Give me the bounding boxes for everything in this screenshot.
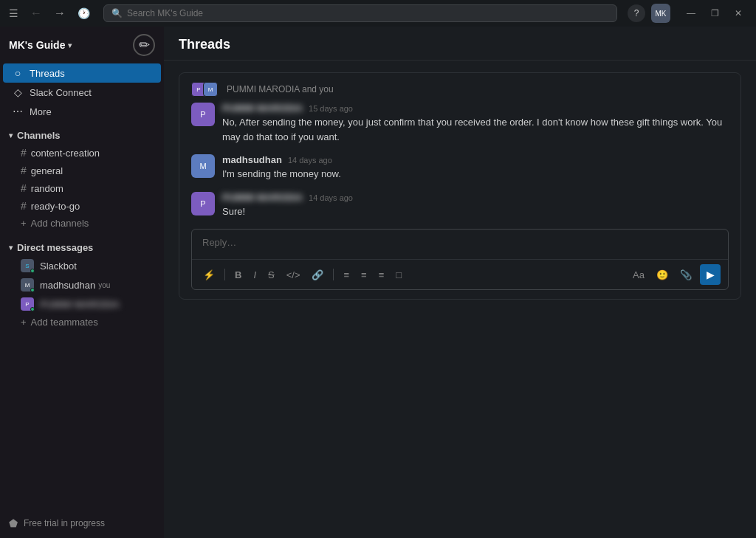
nav-buttons: ← →	[26, 5, 70, 21]
dm-slackbot[interactable]: S Slackbot	[3, 256, 161, 275]
search-bar[interactable]: 🔍	[103, 4, 617, 22]
reply-toolbar: ⚡ B I S </> 🔗 ≡ ≡ ≡ □ Aa	[192, 259, 728, 289]
content-area: Threads P M PUMMI MARODIA and you P PUMM	[164, 27, 756, 538]
compose-button[interactable]: ✏	[133, 34, 155, 56]
toolbar-separator-1	[224, 269, 225, 280]
dm-madhsudhan[interactable]: M madhsudhan you	[3, 275, 161, 294]
main-layout: MK's Guide ▾ ✏ ○ Threads ◇ Slack Connect…	[0, 27, 756, 538]
window-controls: — ❐ ✕	[679, 3, 750, 24]
participant-avatar-2: M	[203, 82, 218, 97]
font-size-button[interactable]: Aa	[629, 264, 648, 285]
emoji-button[interactable]: 🙂	[653, 264, 672, 285]
search-icon: 🔍	[111, 8, 123, 18]
trial-footer[interactable]: ⬟ Free trial in progress	[0, 508, 164, 538]
reply-box: Reply… ⚡ B I S </> 🔗 ≡ ≡ ≡ □	[191, 229, 729, 290]
message-1: P PUMMI MARODIA 15 days ago No, After se…	[191, 103, 729, 144]
msg-text-3: Sure!	[222, 204, 729, 219]
sidebar: MK's Guide ▾ ✏ ○ Threads ◇ Slack Connect…	[0, 27, 164, 538]
msg-header-1: PUMMI MARODIA 15 days ago	[222, 103, 729, 114]
message-3: P PUMMI MARODIA 14 days ago Sure!	[191, 192, 729, 219]
message-2: M madhsudhan 14 days ago I'm sending the…	[191, 154, 729, 182]
minimize-button[interactable]: —	[679, 3, 703, 24]
hash-icon: #	[21, 200, 27, 212]
titlebar: ☰ ← → 🕐 🔍 ? MK — ❐ ✕	[0, 0, 756, 27]
link-button[interactable]: 🔗	[308, 267, 327, 283]
status-dot	[30, 269, 35, 273]
slack-connect-icon: ◇	[12, 86, 24, 98]
menu-icon[interactable]: ☰	[6, 4, 21, 22]
msg-content-1: PUMMI MARODIA 15 days ago No, After send…	[222, 103, 729, 144]
add-channels-button[interactable]: + Add channels	[3, 215, 161, 232]
user-avatar-group: MK	[651, 4, 670, 23]
msg-time-1: 15 days ago	[309, 104, 353, 113]
msg-avatar-1: P	[191, 103, 215, 126]
user-avatar: MK	[651, 4, 670, 23]
msg-sender-3: PUMMI MARODIA	[222, 192, 303, 203]
msg-text-1: No, After sending the money, you just co…	[222, 115, 729, 144]
channel-ready-to-go[interactable]: # ready-to-go	[3, 197, 161, 215]
ordered-list-button[interactable]: ≡	[340, 267, 353, 283]
dm-pummi[interactable]: P PUMMI MARODIA	[3, 294, 161, 314]
msg-avatar-2: M	[191, 154, 215, 178]
workspace-name: MK's Guide ▾	[9, 39, 72, 51]
history-icon[interactable]: 🕐	[75, 4, 93, 22]
sidebar-item-threads[interactable]: ○ Threads	[3, 63, 161, 83]
dm-section-header[interactable]: ▾ Direct messages	[0, 239, 164, 256]
dm-section: ▾ Direct messages S Slackbot M madhsudha…	[0, 233, 164, 332]
workspace-chevron-icon: ▾	[68, 41, 72, 49]
toolbar-separator-2	[333, 269, 334, 280]
block-quote-button[interactable]: ≡	[375, 267, 388, 283]
forward-button[interactable]: →	[49, 5, 70, 21]
add-teammates-button[interactable]: + Add teammates	[3, 314, 161, 331]
sidebar-item-more[interactable]: ⋯ More	[3, 102, 161, 121]
attachment-button[interactable]: 📎	[676, 264, 695, 285]
search-input[interactable]	[127, 8, 609, 18]
thread-participants: P M PUMMI MARODIA and you	[191, 82, 729, 97]
more-icon: ⋯	[12, 106, 24, 117]
thread-content: P M PUMMI MARODIA and you P PUMMI MARODI…	[164, 61, 756, 538]
bold-button[interactable]: B	[231, 267, 245, 283]
unordered-list-button[interactable]: ≡	[357, 267, 371, 283]
workspace-header[interactable]: MK's Guide ▾ ✏	[0, 27, 164, 63]
hash-icon: #	[21, 182, 27, 194]
channel-content-creation[interactable]: # content-creation	[3, 144, 161, 162]
threads-icon: ○	[12, 67, 24, 79]
channel-general[interactable]: # general	[3, 162, 161, 179]
plus-icon: +	[21, 218, 27, 229]
italic-button[interactable]: I	[250, 267, 260, 283]
msg-time-2: 14 days ago	[288, 156, 332, 165]
thread-card: P M PUMMI MARODIA and you P PUMMI MARODI…	[179, 72, 741, 300]
plus-icon: +	[21, 317, 27, 328]
close-button[interactable]: ✕	[726, 3, 750, 24]
msg-content-3: PUMMI MARODIA 14 days ago Sure!	[222, 192, 729, 219]
msg-header-3: PUMMI MARODIA 14 days ago	[222, 192, 729, 203]
msg-time-3: 14 days ago	[309, 193, 353, 202]
titlebar-right: ? MK — ❐ ✕	[628, 3, 750, 24]
sidebar-item-slack-connect[interactable]: ◇ Slack Connect	[3, 83, 161, 102]
maximize-button[interactable]: ❐	[703, 3, 726, 24]
participant-names: PUMMI MARODIA and you	[227, 84, 334, 94]
channels-section-header[interactable]: ▾ Channels	[0, 127, 164, 144]
pummi-avatar: P	[21, 297, 34, 311]
back-button[interactable]: ←	[26, 5, 47, 21]
page-title: Threads	[179, 37, 741, 52]
code-block-button[interactable]: □	[392, 267, 405, 283]
madhsudhan-avatar: M	[21, 278, 34, 292]
reply-input[interactable]: Reply…	[192, 230, 728, 259]
channel-random[interactable]: # random	[3, 179, 161, 197]
content-header: Threads	[164, 27, 756, 61]
code-button[interactable]: </>	[283, 267, 304, 283]
msg-avatar-3: P	[191, 192, 215, 215]
trial-icon: ⬟	[9, 517, 18, 529]
slackbot-avatar: S	[21, 259, 34, 272]
lightning-button[interactable]: ⚡	[199, 267, 219, 283]
msg-sender-2: madhsudhan	[222, 154, 282, 165]
strikethrough-button[interactable]: S	[264, 267, 278, 283]
msg-text-2: I'm sending the money now.	[222, 167, 729, 182]
status-dot	[30, 307, 35, 311]
participant-avatars: P M	[191, 82, 215, 97]
send-button[interactable]: ▶	[700, 264, 721, 285]
hash-icon: #	[21, 147, 27, 159]
msg-header-2: madhsudhan 14 days ago	[222, 154, 729, 165]
help-button[interactable]: ?	[628, 4, 645, 22]
